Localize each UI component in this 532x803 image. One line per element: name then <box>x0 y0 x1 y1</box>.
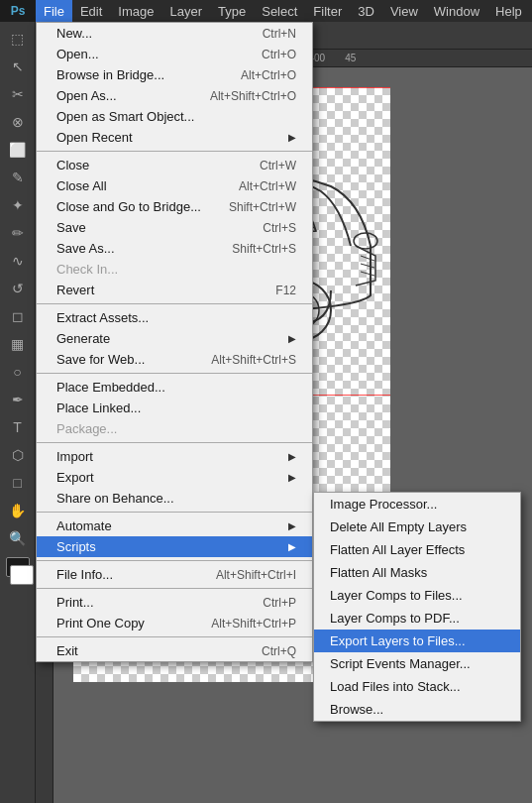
submenu-flatten-layer-effects[interactable]: Flatten All Layer Effects <box>314 538 520 561</box>
menu-layer[interactable]: Layer <box>162 0 211 22</box>
menu-filter[interactable]: Filter <box>305 0 350 22</box>
menu-type[interactable]: Type <box>210 0 254 22</box>
menu-edit[interactable]: Edit <box>72 0 110 22</box>
tool-dodge[interactable]: ○ <box>3 359 33 385</box>
menu-window[interactable]: Window <box>426 0 487 22</box>
separator-6 <box>37 560 312 561</box>
tool-move[interactable]: ↖ <box>3 54 33 79</box>
menu-place-linked[interactable]: Place Linked... <box>37 398 312 418</box>
tool-history[interactable]: ↺ <box>3 276 33 301</box>
menu-open[interactable]: Open... Ctrl+O <box>37 44 312 64</box>
tool-brush[interactable]: ✏ <box>3 220 33 246</box>
submenu-browse[interactable]: Browse... <box>314 698 520 721</box>
tool-lasso[interactable]: ✂ <box>3 81 33 107</box>
menu-export[interactable]: Export ▶ <box>37 467 312 488</box>
submenu-image-processor[interactable]: Image Processor... <box>314 493 520 516</box>
submenu-layer-comps-files[interactable]: Layer Comps to Files... <box>314 584 520 607</box>
submenu-script-events-manager[interactable]: Script Events Manager... <box>314 652 520 675</box>
menu-check-in: Check In... <box>37 259 312 280</box>
menu-save[interactable]: Save Ctrl+S <box>37 217 312 238</box>
separator-5 <box>37 512 312 513</box>
separator-2 <box>37 303 312 304</box>
menu-print[interactable]: Print... Ctrl+P <box>37 592 312 613</box>
file-dropdown-menu: New... Ctrl+N Open... Ctrl+O Browse in B… <box>36 22 313 662</box>
menu-file[interactable]: File <box>36 0 72 22</box>
menu-browse-bridge[interactable]: Browse in Bridge... Alt+Ctrl+O <box>37 64 312 85</box>
menu-close[interactable]: Close Ctrl+W <box>37 155 312 175</box>
separator-8 <box>37 636 312 637</box>
menu-image[interactable]: Image <box>110 0 161 22</box>
submenu-delete-empty-layers[interactable]: Delete All Empty Layers <box>314 516 520 538</box>
submenu-load-files-stack[interactable]: Load Files into Stack... <box>314 675 520 698</box>
tool-healing[interactable]: ✦ <box>3 192 33 218</box>
tool-clone[interactable]: ∿ <box>3 248 33 274</box>
menu-new[interactable]: New... Ctrl+N <box>37 23 312 44</box>
menu-automate[interactable]: Automate ▶ <box>37 516 312 536</box>
menu-3d[interactable]: 3D <box>350 0 382 22</box>
menu-bar: Ps File Edit Image Layer Type Select Fil… <box>0 0 532 22</box>
menu-extract-assets[interactable]: Extract Assets... <box>37 307 312 328</box>
separator-4 <box>37 442 312 443</box>
tool-pen[interactable]: ✒ <box>3 387 33 412</box>
menu-save-as[interactable]: Save As... Shift+Ctrl+S <box>37 238 312 259</box>
menu-save-web[interactable]: Save for Web... Alt+Shift+Ctrl+S <box>37 349 312 370</box>
tool-crop[interactable]: ⬜ <box>3 137 33 163</box>
menu-open-smart-object[interactable]: Open as Smart Object... <box>37 106 312 127</box>
menu-close-all[interactable]: Close All Alt+Ctrl+W <box>37 175 312 196</box>
menu-open-as[interactable]: Open As... Alt+Shift+Ctrl+O <box>37 85 312 106</box>
menu-view[interactable]: View <box>382 0 426 22</box>
scripts-submenu: Image Processor... Delete All Empty Laye… <box>313 492 521 722</box>
ps-logo: Ps <box>0 0 36 22</box>
menu-scripts[interactable]: Scripts ▶ <box>37 536 312 557</box>
tool-hand[interactable]: ✋ <box>3 498 33 523</box>
menu-share-behance[interactable]: Share on Behance... <box>37 488 312 509</box>
tool-text[interactable]: T <box>3 414 33 440</box>
tool-shape[interactable]: □ <box>3 470 33 496</box>
menu-generate[interactable]: Generate ▶ <box>37 328 312 349</box>
submenu-flatten-masks[interactable]: Flatten All Masks <box>314 561 520 584</box>
tool-eyedropper[interactable]: ✎ <box>3 165 33 190</box>
tool-zoom[interactable]: 🔍 <box>3 525 33 551</box>
menu-import[interactable]: Import ▶ <box>37 446 312 467</box>
tool-eraser[interactable]: ◻ <box>3 303 33 329</box>
menu-place-embedded[interactable]: Place Embedded... <box>37 377 312 398</box>
tool-gradient[interactable]: ▦ <box>3 331 33 357</box>
left-toolbar: ⬚ ↖ ✂ ⊗ ⬜ ✎ ✦ ✏ ∿ ↺ ◻ ▦ ○ ✒ T ⬡ □ ✋ 🔍 <box>0 22 36 803</box>
separator-3 <box>37 373 312 374</box>
submenu-layer-comps-pdf[interactable]: Layer Comps to PDF... <box>314 607 520 630</box>
submenu-export-layers[interactable]: Export Layers to Files... <box>314 630 520 652</box>
separator-7 <box>37 588 312 589</box>
menu-exit[interactable]: Exit Ctrl+Q <box>37 640 312 661</box>
menu-help[interactable]: Help <box>487 0 530 22</box>
menu-open-recent[interactable]: Open Recent ▶ <box>37 127 312 148</box>
menu-package: Package... <box>37 418 312 439</box>
menu-print-one-copy[interactable]: Print One Copy Alt+Shift+Ctrl+P <box>37 613 312 633</box>
tool-magic-wand[interactable]: ⊗ <box>3 109 33 135</box>
svg-point-6 <box>354 233 377 249</box>
menu-revert[interactable]: Revert F12 <box>37 280 312 300</box>
tool-marquee[interactable]: ⬚ <box>3 26 33 52</box>
menu-file-info[interactable]: File Info... Alt+Shift+Ctrl+I <box>37 564 312 585</box>
menu-select[interactable]: Select <box>254 0 305 22</box>
tool-path[interactable]: ⬡ <box>3 442 33 468</box>
tool-bg-color[interactable] <box>10 565 34 585</box>
menu-close-bridge[interactable]: Close and Go to Bridge... Shift+Ctrl+W <box>37 196 312 217</box>
separator-1 <box>37 151 312 152</box>
